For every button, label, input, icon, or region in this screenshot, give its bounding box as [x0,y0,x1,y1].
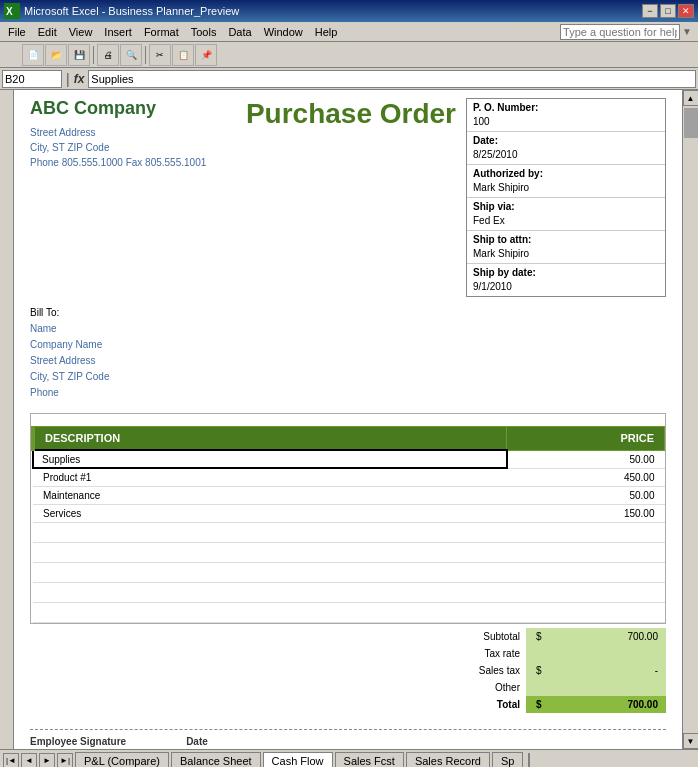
table-row-empty [33,523,665,543]
sheet-content: ABC Company Street Address City, ST ZIP … [14,90,682,749]
table-row[interactable]: Maintenance 50.00 [33,487,665,505]
scroll-thumb[interactable] [684,108,698,138]
cut-button[interactable]: ✂ [149,44,171,66]
toolbar-divider [93,46,94,64]
po-info-box: P. O. Number: 100 Date: 8/25/2010 Author… [466,98,666,297]
formula-bar: | fx [0,68,698,90]
toolbar-icon [4,47,20,63]
close-button[interactable]: ✕ [678,4,694,18]
item-price-2[interactable]: 50.00 [507,487,665,505]
paste-button[interactable]: 📌 [195,44,217,66]
item-description-3[interactable]: Services [33,505,507,523]
table-row[interactable]: Product #1 450.00 [33,468,665,487]
menu-view[interactable]: View [63,24,99,40]
item-description-2[interactable]: Maintenance [33,487,507,505]
bill-to-citystate: City, ST ZIP Code [30,371,109,382]
city-state: City, ST ZIP Code [30,140,206,155]
formula-input[interactable] [88,70,696,88]
tab-sp[interactable]: Sp [492,752,523,768]
new-button[interactable]: 📄 [22,44,44,66]
bill-to-section: Bill To: Name Company Name Street Addres… [30,305,666,401]
sheet-tab-navigation: |◄ ◄ ► ►| P&L (Compare) Balance Sheet Ca… [0,750,536,768]
window-controls[interactable]: − □ ✕ [642,4,694,18]
company-address: Street Address City, ST ZIP Code Phone 8… [30,125,206,170]
excel-icon: X [4,3,20,19]
horizontal-scrollbar[interactable] [528,753,530,768]
tab-first-button[interactable]: |◄ [3,753,19,768]
tab-sales-fcst[interactable]: Sales Fcst [335,752,404,768]
main-area: ABC Company Street Address City, ST ZIP … [0,90,698,749]
tab-cash-flow[interactable]: Cash Flow [263,752,333,768]
total-row: Total $ 700.00 [386,696,666,713]
menu-help[interactable]: Help [309,24,344,40]
item-description-1[interactable]: Product #1 [33,468,507,487]
tab-sales-record[interactable]: Sales Record [406,752,490,768]
minimize-button[interactable]: − [642,4,658,18]
totals-table: Subtotal $ 700.00 Tax rate Sales tax $ - [386,628,666,713]
vertical-scrollbar[interactable]: ▲ ▼ [682,90,698,749]
tab-balance-sheet[interactable]: Balance Sheet [171,752,261,768]
total-label: Total [386,696,526,713]
menu-data[interactable]: Data [222,24,257,40]
tab-next-button[interactable]: ► [39,753,55,768]
company-section: ABC Company Street Address City, ST ZIP … [30,98,206,170]
menu-file[interactable]: File [2,24,32,40]
open-button[interactable]: 📂 [45,44,67,66]
menu-edit[interactable]: Edit [32,24,63,40]
po-auth-label: Authorized by: [473,168,543,179]
table-row-empty [33,563,665,583]
po-ship-label: Ship via: [473,201,515,212]
other-label: Other [386,679,526,696]
table-row[interactable]: Supplies 50.00 [33,450,665,468]
preview-button[interactable]: 🔍 [120,44,142,66]
menu-window[interactable]: Window [258,24,309,40]
bottom-bar: |◄ ◄ ► ►| P&L (Compare) Balance Sheet Ca… [0,749,698,767]
menu-tools[interactable]: Tools [185,24,223,40]
toolbar-divider2 [145,46,146,64]
po-date-row: Date: 8/25/2010 [467,132,665,165]
total-amount: 700.00 [551,696,666,713]
bill-to-company: Company Name [30,339,102,350]
help-search-input[interactable] [560,24,680,40]
signature-area: Employee Signature Date [30,729,666,747]
description-header: DESCRIPTION [33,427,507,451]
po-shipdate-label: Ship by date: [473,267,536,278]
tab-prev-button[interactable]: ◄ [21,753,37,768]
table-row[interactable]: Services 150.00 [33,505,665,523]
tab-last-button[interactable]: ►| [57,753,73,768]
taxrate-amount [551,645,666,662]
po-number-row: P. O. Number: 100 [467,99,665,132]
po-number-label: P. O. Number: [473,102,538,113]
bill-to-label: Bill To: [30,307,59,318]
svg-rect-2 [4,47,20,63]
help-search-arrow[interactable]: ▼ [682,26,692,37]
item-price-0[interactable]: 50.00 [507,450,665,468]
po-auth-value: Mark Shipiro [473,182,529,193]
maximize-button[interactable]: □ [660,4,676,18]
tab-pl-compare[interactable]: P&L (Compare) [75,752,169,768]
item-price-3[interactable]: 150.00 [507,505,665,523]
totals-section: Subtotal $ 700.00 Tax rate Sales tax $ - [30,628,666,713]
other-row: Other [386,679,666,696]
cell-reference[interactable] [2,70,62,88]
bill-to-name: Name [30,323,57,334]
item-description-0[interactable]: Supplies [33,450,507,468]
item-price-1[interactable]: 450.00 [507,468,665,487]
bill-to-street: Street Address [30,355,96,366]
menu-insert[interactable]: Insert [98,24,138,40]
table-header-row: DESCRIPTION PRICE [33,427,665,451]
copy-button[interactable]: 📋 [172,44,194,66]
formula-divider: | [66,71,70,87]
date-label: Date [186,736,208,747]
print-button[interactable]: 🖨 [97,44,119,66]
company-name: ABC Company [30,98,206,119]
scroll-down-button[interactable]: ▼ [683,733,699,749]
menu-format[interactable]: Format [138,24,185,40]
save-button[interactable]: 💾 [68,44,90,66]
employee-signature-label: Employee Signature [30,736,126,747]
subtotal-amount: 700.00 [551,628,666,645]
scroll-up-button[interactable]: ▲ [683,90,699,106]
po-date-value: 8/25/2010 [473,149,518,160]
taxrate-label: Tax rate [386,645,526,662]
po-shipattn-label: Ship to attn: [473,234,531,245]
